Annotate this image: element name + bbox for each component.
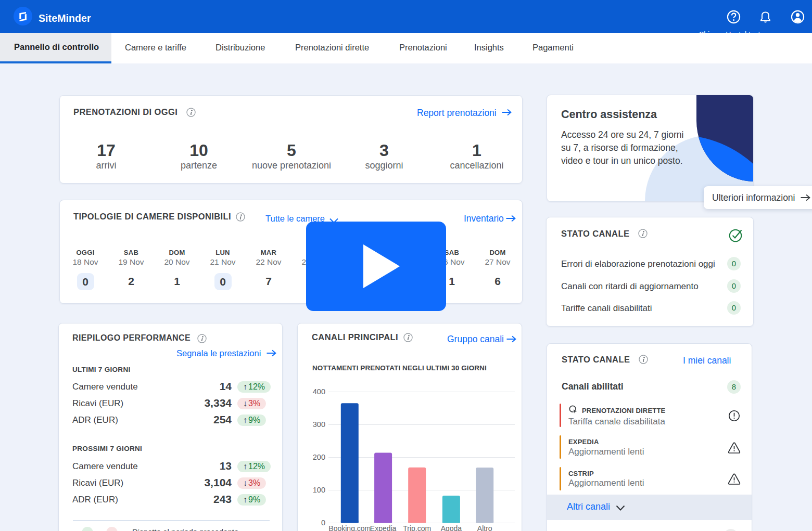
svg-text:200: 200 — [313, 453, 325, 461]
svg-text:Expedia: Expedia — [370, 524, 397, 531]
svg-text:Trip.com: Trip.com — [403, 524, 431, 531]
svg-text:Altro: Altro — [477, 524, 492, 531]
svg-text:300: 300 — [313, 420, 325, 429]
svg-text:100: 100 — [313, 486, 325, 494]
svg-text:Agoda: Agoda — [441, 524, 462, 531]
svg-text:400: 400 — [313, 387, 325, 396]
svg-text:0: 0 — [321, 519, 325, 527]
svg-text:Booking.com: Booking.com — [328, 524, 371, 531]
